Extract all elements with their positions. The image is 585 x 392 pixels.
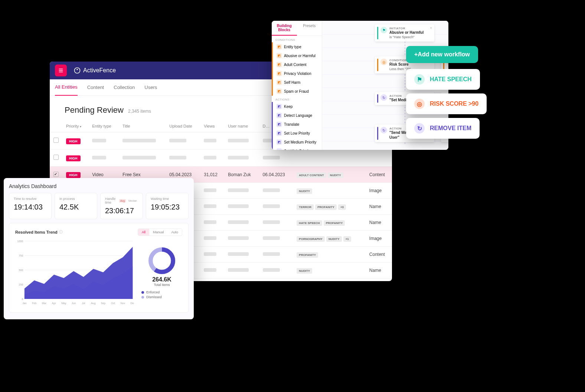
violation-tag: PROFANITY [315, 204, 337, 210]
chip-risk-score[interactable]: ◎ RISK SCORE >90 [406, 93, 487, 114]
violation-tag: NUDITY [326, 236, 342, 242]
building-block[interactable]: ◩Set High Priority [272, 146, 322, 150]
legend-item: Enforced [141, 290, 182, 294]
priority-badge: HIGH [66, 138, 81, 144]
violation-tag: PROFANITY [324, 220, 345, 226]
col-6[interactable]: User name [224, 120, 259, 132]
block-icon: ◩ [277, 104, 282, 109]
node-icon: ⚑ [380, 27, 387, 33]
segment-auto[interactable]: Auto [167, 229, 182, 235]
svg-text:Apr: Apr [52, 302, 56, 305]
menu-button[interactable] [55, 65, 67, 76]
block-icon: ◩ [277, 113, 282, 118]
col-3[interactable]: Title [119, 120, 166, 132]
kpi-card: Time to resolve 19:14:03 [9, 193, 52, 219]
building-block[interactable]: ◩Translate [272, 120, 322, 129]
item-count: 2,345 items [128, 109, 151, 114]
add-workflow-button[interactable]: +Add new workflow [406, 46, 478, 63]
analytics-panel: Analytics Dashboard Time to resolve 19:1… [4, 178, 194, 319]
close-icon[interactable]: × [430, 26, 432, 30]
building-block[interactable]: ◩Set Medium Priority [272, 138, 322, 146]
table-row[interactable]: HIGH [50, 149, 392, 167]
svg-point-1 [76, 69, 78, 70]
donut-value: 264.6K [141, 276, 182, 283]
group-label: ACTIONS [272, 96, 322, 102]
col-0[interactable] [50, 120, 62, 132]
node-icon: ↻ [380, 127, 387, 134]
svg-text:Jul: Jul [82, 302, 85, 305]
kpi-card: Waiting time 19:05:23 [146, 193, 189, 219]
building-block[interactable]: ◩Self Harm [272, 78, 322, 87]
kpi-card: In process 42.5K [55, 193, 97, 219]
segment-manual[interactable]: Manual [149, 229, 168, 235]
violation-tag: +1 [343, 236, 351, 242]
col-4[interactable]: Upload Date [166, 120, 200, 132]
tab-all-entities[interactable]: All Entities [55, 79, 78, 96]
block-icon: ◩ [277, 122, 282, 127]
node-icon: ◎ [380, 59, 387, 65]
svg-text:1000: 1000 [17, 240, 23, 243]
col-5[interactable]: Views [200, 120, 224, 132]
wf-tab-blocks[interactable]: Building Blocks [272, 21, 297, 36]
tab-users[interactable]: Users [144, 79, 157, 95]
violation-tag: +3 [338, 204, 346, 210]
tab-content[interactable]: Content [87, 79, 104, 95]
svg-text:Mar: Mar [42, 302, 47, 305]
block-icon: ◩ [277, 148, 282, 150]
node-icon: ↻ [380, 94, 387, 101]
building-block[interactable]: ◩Abusive or Harmful [272, 51, 322, 60]
block-icon: ◩ [277, 62, 282, 67]
block-icon: ◩ [277, 80, 282, 85]
hamburger-icon [58, 67, 64, 73]
svg-text:Jun: Jun [72, 302, 76, 305]
violation-tag: NUDITY [297, 268, 312, 274]
svg-text:Nov: Nov [121, 302, 125, 305]
building-block[interactable]: ◩Entity type [272, 42, 322, 51]
flag-icon: ⚑ [414, 74, 425, 85]
segment-all[interactable]: All [138, 229, 149, 235]
priority-badge: HIGH [66, 155, 81, 161]
row-checkbox[interactable] [53, 138, 59, 143]
svg-text:Sep: Sep [101, 302, 106, 305]
building-block[interactable]: ◩Detect Language [272, 111, 322, 120]
violation-tag: TERROR [297, 204, 314, 210]
row-checkbox[interactable] [53, 172, 59, 177]
col-1[interactable]: Priority ▾ [62, 120, 88, 132]
svg-text:750: 750 [19, 254, 23, 258]
block-icon: ◩ [277, 131, 282, 136]
svg-text:Dec: Dec [130, 302, 134, 305]
building-block[interactable]: ◩Set Low Priority [272, 129, 322, 138]
donut-chart: 264.6K Total items EnforcedDismissed [141, 246, 182, 300]
legend-item: Dismissed [141, 295, 182, 299]
violation-tag: PROFANITY [297, 252, 318, 258]
building-block[interactable]: ◩Keep [272, 102, 322, 111]
svg-text:Aug: Aug [91, 302, 96, 305]
building-block[interactable]: ◩Privacy Violation [272, 69, 322, 78]
col-2[interactable]: Entity type [88, 120, 119, 132]
action-icon: ↻ [414, 123, 425, 134]
brand-logo: ActiveFence [73, 67, 116, 74]
tab-collection[interactable]: Collection [114, 79, 135, 95]
wf-tab-presets[interactable]: Presets [297, 21, 322, 36]
target-icon: ◎ [414, 99, 425, 109]
violation-tag: ADULT CONTENT [297, 172, 326, 178]
row-checkbox[interactable] [53, 155, 59, 160]
kpi-card: Handle time AvgMedian23:06:17 [100, 193, 143, 219]
building-block[interactable]: ◩Adult Content [272, 60, 322, 69]
chip-hate-speech[interactable]: ⚑ HATE SPEECH [406, 69, 480, 90]
info-icon[interactable]: ⓘ [59, 230, 63, 235]
violation-tag: NUDITY [328, 172, 343, 178]
building-block[interactable]: ◩Spam or Fraud [272, 87, 322, 96]
donut-label: Total items [141, 283, 182, 287]
violation-tag: PORNOGRAPHY [297, 236, 325, 242]
workflow-node[interactable]: ⚑ INITIATORAbusive or Harmfulis "Hate Sp… [375, 24, 434, 42]
chip-remove-item[interactable]: ↻ REMOVE ITEM [406, 118, 480, 139]
block-icon: ◩ [277, 53, 282, 58]
violation-tag: HATE SPEECH [297, 220, 322, 226]
kpi-row: Time to resolve 19:14:03In process 42.5K… [9, 193, 189, 219]
trend-title: Resolved Items Trend [15, 230, 58, 234]
block-icon: ◩ [277, 44, 282, 49]
analytics-title: Analytics Dashboard [9, 183, 189, 189]
page-title: Pending Review [65, 105, 124, 115]
area-chart: 02505007501000JanFebMarAprMayJunJulAugSe… [15, 239, 134, 307]
